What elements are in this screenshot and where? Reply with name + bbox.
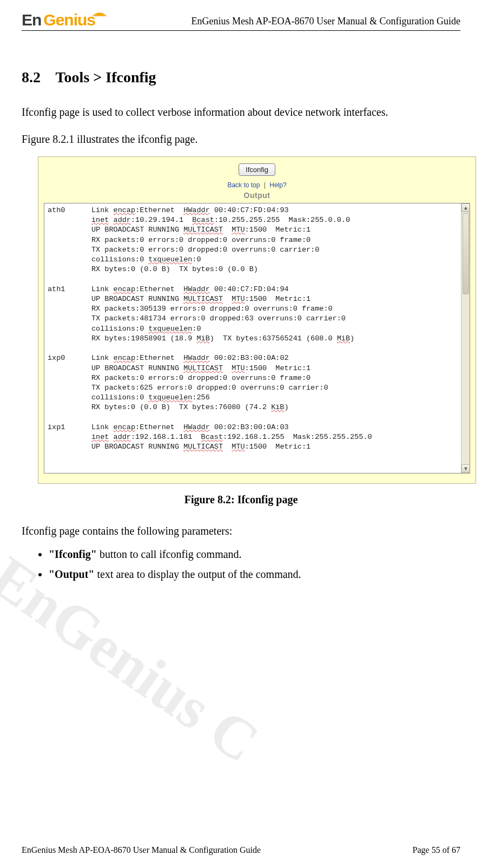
wifi-arcs-icon: [92, 5, 107, 19]
figure-caption: Figure 8.2: Ifconfig page: [22, 494, 460, 506]
help-link[interactable]: Help?: [269, 181, 286, 189]
intro-paragraph-1: Ifconfig page is used to collect verbose…: [22, 102, 460, 122]
scroll-thumb[interactable]: [463, 213, 469, 294]
page-header: EnGenius EnGenius Mesh AP-EOA-8670 User …: [22, 11, 460, 31]
section-heading: 8.2 Tools > Ifconfig: [22, 69, 460, 86]
parameter-lead: "Ifconfig": [49, 548, 97, 560]
footer-left: EnGenius Mesh AP-EOA-8670 User Manual & …: [22, 845, 261, 855]
brand-logo: EnGenius: [22, 11, 113, 29]
logo-accent: Genius: [43, 11, 95, 29]
params-intro: Ifconfig page contains the following par…: [22, 521, 460, 541]
output-content: ath0 Link encap:Ethernet HWaddr 00:40:C7…: [44, 203, 470, 454]
intro-paragraph-2: Figure 8.2.1 illustrates the ifconfig pa…: [22, 129, 460, 149]
parameter-item: "Ifconfig" button to call ifconfig comma…: [49, 548, 460, 561]
section-number: 8.2: [22, 69, 52, 86]
output-label: Output: [44, 191, 470, 200]
nav-links: Back to top | Help?: [44, 181, 470, 189]
section-title: Tools > Ifconfig: [56, 69, 156, 86]
logo-main: En: [22, 11, 41, 29]
link-separator: |: [264, 181, 266, 189]
parameter-list: "Ifconfig" button to call ifconfig comma…: [22, 548, 460, 581]
parameter-item: "Output" text area to display the output…: [49, 568, 460, 581]
header-doc-title: EnGenius Mesh AP-EOA-8670 User Manual & …: [192, 16, 460, 29]
figure-screenshot: Ifconfig Back to top | Help? Output ath0…: [38, 156, 476, 484]
scrollbar[interactable]: ▲ ▼: [461, 203, 470, 473]
footer-right: Page 55 of 67: [413, 845, 460, 855]
output-textarea[interactable]: ath0 Link encap:Ethernet HWaddr 00:40:C7…: [44, 203, 470, 474]
page-footer: EnGenius Mesh AP-EOA-8670 User Manual & …: [22, 845, 460, 855]
ifconfig-button[interactable]: Ifconfig: [239, 163, 275, 176]
back-to-top-link[interactable]: Back to top: [227, 181, 260, 189]
parameter-rest: button to call ifconfig command.: [97, 548, 242, 560]
parameter-lead: "Output": [49, 568, 94, 580]
parameter-rest: text area to display the output of the c…: [94, 568, 301, 580]
scroll-up-icon[interactable]: ▲: [461, 203, 470, 212]
scroll-down-icon[interactable]: ▼: [461, 464, 470, 473]
